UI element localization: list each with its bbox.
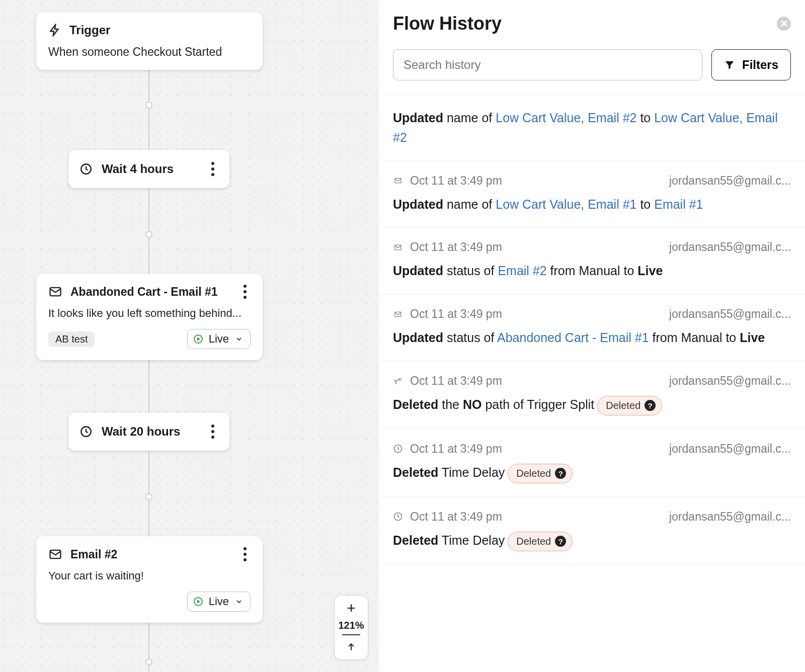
connector-dot [145, 658, 152, 665]
entry-body: Updated status of Abandoned Cart - Email… [393, 328, 791, 348]
status-label: Live [209, 595, 229, 608]
entry-user: jordansan55@gmail.c... [669, 307, 791, 321]
status-dropdown[interactable]: Live [187, 329, 251, 349]
connector-dot [145, 231, 152, 238]
reset-view-button[interactable] [346, 638, 356, 655]
email-preview: Your cart is waiting! [48, 569, 251, 582]
deleted-badge: Deleted? [508, 464, 573, 483]
help-icon[interactable]: ? [555, 536, 566, 547]
entry-link[interactable]: Email #2 [498, 264, 546, 278]
history-entry[interactable]: Oct 11 at 3:49 pm jordansan55@gmail.c...… [379, 161, 805, 228]
entry-timestamp: Oct 11 at 3:49 pm [410, 307, 502, 321]
entry-body: Deleted Time DelayDeleted? [393, 463, 791, 483]
wait-label: Wait 20 hours [102, 425, 180, 439]
deleted-badge: Deleted? [508, 532, 573, 551]
entry-user: jordansan55@gmail.c... [669, 510, 791, 524]
flow-history-panel: Flow History ✕ Filters Updated name of L… [378, 0, 805, 672]
status-label: Live [209, 332, 229, 346]
history-entry[interactable]: Updated name of Low Cart Value, Email #2… [379, 95, 805, 161]
play-icon [194, 597, 203, 606]
email-node-2[interactable]: Email #2 Your cart is waiting! Live [36, 536, 263, 623]
trigger-card[interactable]: Trigger When someone Checkout Started [36, 12, 263, 70]
flow-canvas[interactable]: Trigger When someone Checkout Started Wa… [0, 0, 378, 672]
chevron-down-icon [235, 335, 243, 343]
entry-timestamp: Oct 11 at 3:49 pm [410, 374, 502, 388]
bolt-icon [48, 24, 61, 37]
filters-label: Filters [742, 58, 778, 72]
entry-user: jordansan55@gmail.c... [669, 442, 791, 456]
email-preview: It looks like you left something behind.… [48, 307, 251, 320]
mail-icon [48, 285, 62, 299]
deleted-badge: Deleted? [597, 396, 662, 415]
entry-user: jordansan55@gmail.c... [669, 174, 791, 188]
mail-icon [393, 243, 403, 251]
trigger-subtitle: When someone Checkout Started [48, 45, 251, 59]
split-icon [393, 376, 403, 386]
email-node-1[interactable]: Abandoned Cart - Email #1 It looks like … [36, 274, 263, 360]
entry-user: jordansan55@gmail.c... [669, 240, 791, 254]
connector-dot [145, 102, 152, 109]
history-entry[interactable]: Oct 11 at 3:49 pm jordansan55@gmail.c...… [379, 497, 805, 565]
status-dropdown[interactable]: Live [187, 592, 251, 612]
clock-icon [393, 444, 403, 454]
connector-dot [145, 493, 152, 500]
more-menu-button[interactable] [239, 547, 251, 561]
ab-test-badge: AB test [48, 331, 95, 347]
entry-timestamp: Oct 11 at 3:49 pm [410, 240, 502, 254]
entry-link[interactable]: Abandoned Cart - Email #1 [497, 330, 649, 345]
play-icon [194, 334, 203, 344]
mail-icon [48, 547, 62, 561]
zoom-out-button[interactable] [342, 634, 360, 635]
wait-node-1[interactable]: Wait 4 hours [68, 150, 229, 188]
history-entry[interactable]: Oct 11 at 3:49 pm jordansan55@gmail.c...… [379, 429, 805, 497]
trigger-title: Trigger [69, 23, 110, 37]
zoom-controls: + 121% [334, 595, 368, 660]
wait-node-2[interactable]: Wait 20 hours [68, 412, 229, 451]
entry-link[interactable]: Low Cart Value, Email #2 [496, 111, 636, 125]
clock-icon [393, 512, 403, 522]
panel-title: Flow History [393, 13, 502, 34]
mail-icon [393, 310, 403, 318]
history-entry[interactable]: Oct 11 at 3:49 pm jordansan55@gmail.c...… [379, 294, 805, 361]
email-title: Abandoned Cart - Email #1 [70, 285, 218, 299]
help-icon[interactable]: ? [555, 468, 566, 479]
more-menu-button[interactable] [239, 285, 251, 299]
entry-body: Updated status of Email #2 from Manual t… [393, 261, 791, 281]
history-entry[interactable]: Oct 11 at 3:49 pm jordansan55@gmail.c...… [379, 361, 805, 429]
zoom-in-button[interactable]: + [347, 600, 356, 617]
history-entry[interactable]: Oct 11 at 3:49 pm jordansan55@gmail.c...… [379, 227, 805, 294]
close-button[interactable]: ✕ [777, 17, 791, 31]
zoom-percent: 121% [338, 620, 364, 631]
email-title: Email #2 [70, 548, 117, 561]
chevron-down-icon [235, 598, 243, 606]
history-entries: Updated name of Low Cart Value, Email #2… [379, 95, 805, 565]
mail-icon [393, 177, 403, 185]
entry-body: Deleted the NO path of Trigger SplitDele… [393, 395, 791, 415]
clock-icon [79, 162, 93, 176]
entry-body: Updated name of Low Cart Value, Email #1… [393, 195, 791, 214]
clock-icon [79, 425, 93, 438]
filters-button[interactable]: Filters [711, 49, 791, 80]
more-menu-button[interactable] [207, 162, 218, 176]
wait-label: Wait 4 hours [102, 162, 174, 176]
entry-timestamp: Oct 11 at 3:49 pm [410, 174, 502, 188]
entry-link[interactable]: Email #1 [654, 197, 703, 211]
filter-icon [724, 59, 735, 70]
more-menu-button[interactable] [207, 425, 218, 439]
help-icon[interactable]: ? [645, 400, 656, 411]
entry-timestamp: Oct 11 at 3:49 pm [410, 510, 502, 524]
entry-link[interactable]: Low Cart Value, Email #1 [496, 197, 636, 211]
entry-body: Updated name of Low Cart Value, Email #2… [393, 108, 791, 147]
entry-timestamp: Oct 11 at 3:49 pm [410, 442, 502, 456]
search-input[interactable] [393, 49, 702, 80]
entry-body: Deleted Time DelayDeleted? [393, 531, 791, 551]
entry-user: jordansan55@gmail.c... [669, 374, 791, 388]
